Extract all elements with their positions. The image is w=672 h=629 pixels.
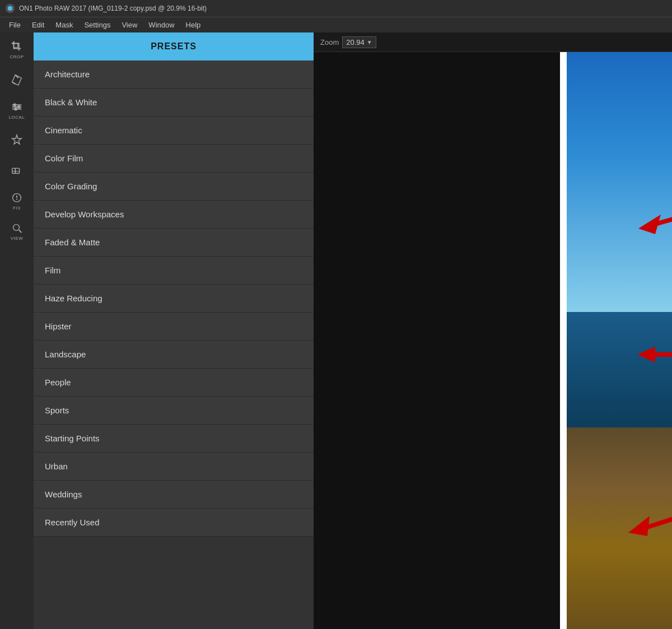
zoom-dropdown-arrow: ▼ xyxy=(367,39,372,45)
tool-eraser[interactable] xyxy=(1,156,32,186)
preset-haze-reducing[interactable]: Haze Reducing xyxy=(34,285,314,313)
window-title: ON1 Photo RAW 2017 (IMG_0119-2 copy.psd … xyxy=(19,4,207,12)
app-icon xyxy=(6,4,15,13)
zoom-bar: Zoom 20.94 ▼ xyxy=(314,32,672,52)
menu-view[interactable]: View xyxy=(117,20,142,30)
tools-sidebar: CROP LOCAL xyxy=(0,32,34,629)
presets-header: PRESETS xyxy=(34,32,314,60)
menu-edit[interactable]: Edit xyxy=(27,20,49,30)
tool-fx[interactable] xyxy=(1,125,32,156)
svg-point-0 xyxy=(7,6,13,11)
image-rocks xyxy=(560,427,672,630)
preset-landscape[interactable]: Landscape xyxy=(34,341,314,369)
menu-file[interactable]: File xyxy=(4,20,25,30)
preset-develop-workspaces[interactable]: Develop Workspaces xyxy=(34,201,314,229)
preset-architecture[interactable]: Architecture xyxy=(34,60,314,88)
presets-panel: PRESETS Architecture Black & White Cinem… xyxy=(34,32,314,629)
preset-film[interactable]: Film xyxy=(34,257,314,285)
canvas-area: Zoom 20.94 ▼ xyxy=(314,32,672,629)
zoom-label: Zoom xyxy=(320,38,339,46)
preset-people[interactable]: People xyxy=(34,369,314,397)
tool-brush[interactable] xyxy=(1,65,32,95)
svg-point-11 xyxy=(15,108,17,110)
tool-view[interactable]: VIEW xyxy=(1,216,32,246)
image-water xyxy=(560,312,672,427)
local-label: LOCAL xyxy=(9,115,25,120)
tool-fix[interactable]: FIX xyxy=(1,186,32,216)
image-preview xyxy=(560,52,672,629)
preset-color-film[interactable]: Color Film xyxy=(34,145,314,173)
dark-canvas xyxy=(314,52,672,629)
title-bar: ON1 Photo RAW 2017 (IMG_0119-2 copy.psd … xyxy=(0,0,672,17)
tool-crop[interactable]: CROP xyxy=(1,35,32,65)
menu-help[interactable]: Help xyxy=(181,20,206,30)
crop-label: CROP xyxy=(10,54,24,59)
image-left-border xyxy=(560,52,567,629)
preset-weddings[interactable]: Weddings xyxy=(34,481,314,509)
svg-line-19 xyxy=(19,230,22,233)
image-sky xyxy=(560,52,672,312)
preset-faded-matte[interactable]: Faded & Matte xyxy=(34,229,314,257)
zoom-value-text: 20.94 xyxy=(346,38,365,46)
svg-point-18 xyxy=(13,225,20,231)
main-area: CROP LOCAL xyxy=(0,32,672,629)
preset-color-grading[interactable]: Color Grading xyxy=(34,173,314,201)
tool-local[interactable]: LOCAL xyxy=(1,95,32,125)
svg-rect-1 xyxy=(14,44,18,48)
menu-settings[interactable]: Settings xyxy=(80,20,115,30)
svg-point-9 xyxy=(14,104,16,106)
preset-hipster[interactable]: Hipster xyxy=(34,313,314,341)
preset-black-white[interactable]: Black & White xyxy=(34,88,314,117)
menu-mask[interactable]: Mask xyxy=(51,20,77,30)
fix-label: FIX xyxy=(13,206,21,211)
menu-bar: File Edit Mask Settings View Window Help xyxy=(0,17,672,32)
preset-urban[interactable]: Urban xyxy=(34,453,314,481)
preset-starting-points[interactable]: Starting Points xyxy=(34,425,314,453)
menu-window[interactable]: Window xyxy=(144,20,179,30)
presets-title: PRESETS xyxy=(151,41,197,52)
svg-point-10 xyxy=(18,106,20,108)
zoom-select[interactable]: 20.94 ▼ xyxy=(342,36,376,48)
preset-cinematic[interactable]: Cinematic xyxy=(34,117,314,145)
preset-recently-used[interactable]: Recently Used xyxy=(34,509,314,537)
preset-sports[interactable]: Sports xyxy=(34,397,314,425)
view-label: VIEW xyxy=(11,236,23,241)
